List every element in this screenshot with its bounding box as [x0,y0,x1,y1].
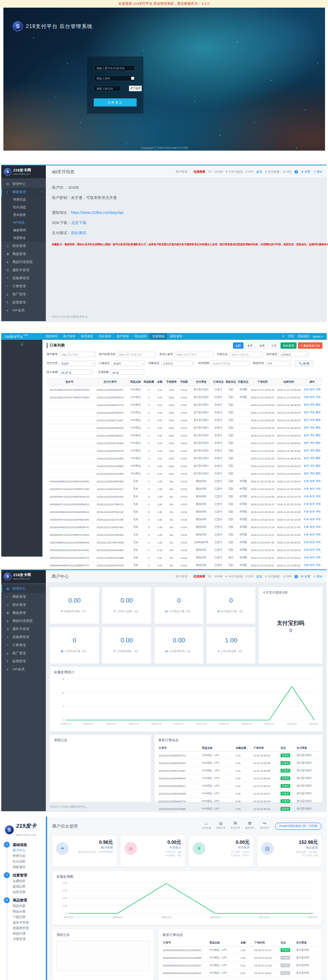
topnav-查询订单[interactable]: ◎查询订单 [216,821,225,829]
sidebar-item-提现管理[interactable]: $提现管理› [1,298,46,306]
op-link-详情[interactable]: 详情 [316,480,321,482]
sidebar-item-管理中心[interactable]: ▤管理中心 [1,585,46,593]
op-link-核查[interactable]: 核查 [310,549,315,551]
op-link-核查[interactable]: 核查 [304,411,309,414]
sidebar-item-虚拟卡管理[interactable]: ▥虚拟卡管理› [1,625,46,633]
op-link-核查[interactable]: 核查 [310,396,315,398]
sidebar-subitem-修改密码[interactable]: 修改密码 [1,227,46,234]
sidebar-item-商品代理系统[interactable]: ◈商品代理系统› [1,258,46,266]
op-link-核查[interactable]: 核查 [310,564,315,566]
op-link-删除[interactable]: 删除 [316,426,321,429]
sidebar-link-虚拟卡管理[interactable]: 虚拟卡管理 [1,920,46,925]
sidebar-subitem-站内消息[interactable]: 站内消息 [1,204,46,211]
sidebar-item-商家管理[interactable]: ◐商家管理› [1,593,46,601]
sidebar-item-虚拟卡管理[interactable]: ▥虚拟卡管理› [1,266,46,274]
op-link-删除[interactable]: 删除 [316,411,321,414]
navbar-right-item[interactable]: 清除缓存 [297,334,309,339]
op-link-详情[interactable]: 详情 [316,495,321,498]
op-link-详情[interactable]: 详情 [316,541,321,543]
api-info-value[interactable]: 点击下载 [71,221,87,225]
op-link-补单[interactable]: 补单 [304,396,309,398]
op-link-核查[interactable]: 核查 [304,403,309,406]
op-link-补单[interactable]: 补单 [304,518,309,521]
op-link-核查[interactable]: 核查 [304,449,309,452]
sidebar-subitem-API信息[interactable]: API信息 [1,219,46,227]
op-link-核查[interactable]: 核查 [310,388,315,391]
sidebar-link-商品分类[interactable]: 商品分类 [1,909,46,914]
op-link-删除[interactable]: 删除 [316,434,321,437]
nav-menu-用户管理[interactable]: 用户管理 [114,333,132,340]
filter-select-匹配状态[interactable]: 全部状态▾ [161,361,195,366]
password-eye-icon[interactable] [131,77,134,80]
op-link-详情[interactable]: 详情 [316,549,321,551]
filter-input-卡密信息[interactable]: 请输入卡密信息 [229,352,263,357]
withdraw-link-2[interactable]: 提现 [256,574,262,579]
range-button-本月[interactable]: 本月 [245,342,255,349]
op-link-核查[interactable]: 核查 [310,495,315,498]
op-link-核查[interactable]: 核查 [304,457,309,459]
logout-button[interactable]: ↪ 退出 [313,170,322,174]
op-link-删除[interactable]: 删除 [316,442,321,444]
nav-menu-内容管理[interactable]: 内容管理 [96,333,114,340]
sidebar-item-投诉管理[interactable]: ◎投诉管理› [1,242,46,250]
sidebar-item-订单管理[interactable]: ≡订单管理› [1,641,46,649]
sidebar-item-推广管理[interactable]: ◭推广管理› [1,649,46,657]
sidebar-item-商品管理[interactable]: ▣商品管理› [1,250,46,258]
topnav-投诉管理[interactable]: ✉投诉管理 [231,821,240,829]
op-link-详情[interactable]: 详情 [310,442,315,444]
op-link-补单[interactable]: 补单 [304,510,309,513]
op-link-详情[interactable]: 详情 [316,526,321,528]
range-button-全部[interactable]: 全部 [233,342,244,349]
nav-menu-网关通道[interactable]: 网关通道 [78,333,96,340]
op-link-补单[interactable]: 补单 [304,533,309,536]
sidebar-link-下载记录[interactable]: 下载记录 [1,914,46,920]
op-link-补单[interactable]: 补单 [304,487,309,490]
op-link-详情[interactable]: 详情 [316,503,321,505]
sidebar-item-管理中心[interactable]: ▤管理中心 [1,180,46,188]
sidebar-item-VIP会员[interactable]: ●VIP会员› [1,665,46,673]
username-input[interactable] [94,65,135,71]
op-link-核查[interactable]: 核查 [304,426,309,429]
op-link-补单[interactable]: 补单 [304,388,309,391]
op-link-详情[interactable]: 详情 [310,449,315,452]
op-link-核查[interactable]: 核查 [310,518,315,521]
op-link-核查[interactable]: 核查 [304,472,309,475]
export-button[interactable]: 导出查询 [280,342,297,349]
op-link-删除[interactable]: 删除 [316,449,321,452]
op-link-删除[interactable]: 删除 [316,465,321,467]
op-link-补单[interactable]: 补单 [304,503,309,505]
sidebar-item-订单管理[interactable]: ≡订单管理› [1,282,46,290]
op-link-详情[interactable]: 详情 [310,434,315,437]
op-link-详情[interactable]: 详情 [316,396,321,398]
sidebar-item-优惠券管理[interactable]: ✦优惠券管理› [1,633,46,641]
sidebar-item-商品代理系统[interactable]: ◈商品代理系统› [1,617,46,625]
op-link-补单[interactable]: 补单 [304,549,309,551]
sidebar-link-提现记录[interactable]: 提现记录 [1,884,46,889]
filter-input-时间范围[interactable]: 请选择时间范围 [210,361,250,366]
sidebar-link-优惠券管理[interactable]: 优惠券管理 [1,925,46,931]
filter-select-展现方式[interactable]: 寻常▾ [265,361,292,366]
help-icon-2[interactable]: ? [294,575,298,578]
filter-input-支付订单号[interactable]: 请输入支付订单号 [174,352,213,357]
op-link-核查[interactable]: 核查 [310,526,315,528]
nav-menu-商品管理[interactable]: 商品管理 [132,333,149,340]
sidebar-link-模板通知[interactable]: 模板通知 [1,864,46,870]
sidebar-link-商品列表[interactable]: 商品列表 [1,903,46,909]
sidebar-link-登录日志[interactable]: 登录日志 [1,853,46,859]
op-link-核查[interactable]: 核查 [304,419,309,421]
sidebar-item-优惠券管理[interactable]: ✦优惠券管理› [1,274,46,282]
op-link-详情[interactable]: 详情 [316,487,321,490]
op-link-核查[interactable]: 核查 [304,442,309,444]
op-link-补单[interactable]: 补单 [304,480,309,482]
sidebar-subitem-基本设置[interactable]: 基本设置 [1,211,46,219]
op-link-详情[interactable]: 详情 [310,411,315,414]
op-link-删除[interactable]: 删除 [316,403,321,406]
op-link-核查[interactable]: 核查 [310,533,315,536]
sidebar-item-商家管理[interactable]: ◐商家管理˄ [1,188,46,196]
nav-menu-财务管理[interactable]: 财务管理 [167,333,185,340]
op-link-补单[interactable]: 补单 [304,556,309,559]
settings-button[interactable]: ⚙ 设置 [301,170,310,174]
op-link-核查[interactable]: 核查 [310,541,315,543]
range-button-本周[interactable]: 本周 [257,342,267,349]
help-icon[interactable]: ? [294,170,298,174]
